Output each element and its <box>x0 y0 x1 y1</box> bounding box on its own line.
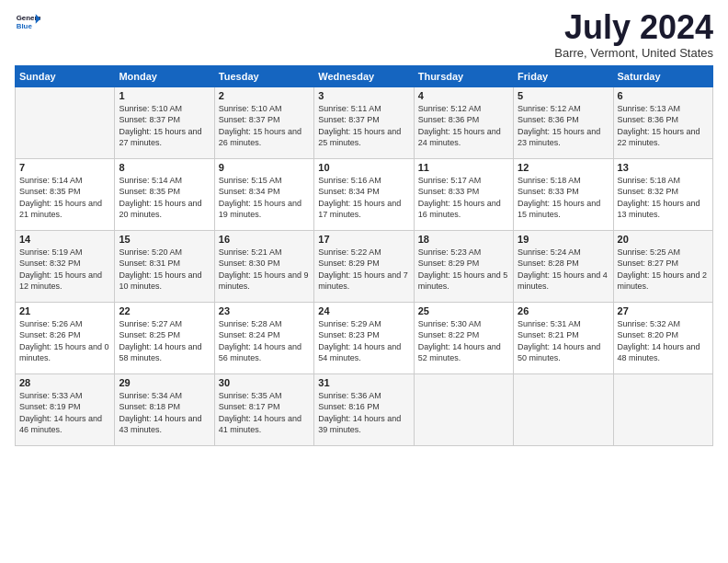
calendar-cell: 29Sunrise: 5:34 AM Sunset: 8:18 PM Dayli… <box>115 373 214 445</box>
calendar-cell: 21Sunrise: 5:26 AM Sunset: 8:26 PM Dayli… <box>16 302 115 373</box>
calendar-cell: 12Sunrise: 5:18 AM Sunset: 8:33 PM Dayli… <box>514 158 613 230</box>
calendar-cell: 1Sunrise: 5:10 AM Sunset: 8:37 PM Daylig… <box>115 86 214 158</box>
cell-info: Sunrise: 5:22 AM Sunset: 8:29 PM Dayligh… <box>318 247 409 293</box>
day-number: 16 <box>219 234 310 245</box>
calendar-cell: 31Sunrise: 5:36 AM Sunset: 8:16 PM Dayli… <box>314 373 414 445</box>
calendar-cell: 13Sunrise: 5:18 AM Sunset: 8:32 PM Dayli… <box>613 158 712 230</box>
title-block: July 2024 Barre, Vermont, United States <box>554 9 713 60</box>
day-number: 23 <box>219 305 310 316</box>
week-row-5: 28Sunrise: 5:33 AM Sunset: 8:19 PM Dayli… <box>16 373 713 445</box>
header: General Blue July 2024 Barre, Vermont, U… <box>15 9 713 60</box>
day-number: 1 <box>119 90 210 101</box>
calendar-cell: 9Sunrise: 5:15 AM Sunset: 8:34 PM Daylig… <box>214 158 313 230</box>
day-number: 10 <box>318 162 409 173</box>
cell-info: Sunrise: 5:16 AM Sunset: 8:34 PM Dayligh… <box>318 175 409 221</box>
calendar-cell: 5Sunrise: 5:12 AM Sunset: 8:36 PM Daylig… <box>514 86 613 158</box>
calendar-cell: 24Sunrise: 5:29 AM Sunset: 8:23 PM Dayli… <box>314 302 414 373</box>
calendar-cell: 27Sunrise: 5:32 AM Sunset: 8:20 PM Dayli… <box>613 302 712 373</box>
cell-info: Sunrise: 5:31 AM Sunset: 8:21 PM Dayligh… <box>518 318 609 364</box>
calendar-table: SundayMondayTuesdayWednesdayThursdayFrid… <box>15 65 713 446</box>
day-number: 17 <box>318 234 409 245</box>
day-number: 29 <box>119 377 210 388</box>
header-row: SundayMondayTuesdayWednesdayThursdayFrid… <box>16 65 713 86</box>
calendar-cell: 15Sunrise: 5:20 AM Sunset: 8:31 PM Dayli… <box>115 230 214 302</box>
day-number: 3 <box>318 90 409 101</box>
day-number: 15 <box>119 234 210 245</box>
logo: General Blue <box>15 9 40 35</box>
cell-info: Sunrise: 5:34 AM Sunset: 8:18 PM Dayligh… <box>119 390 210 436</box>
calendar-cell: 19Sunrise: 5:24 AM Sunset: 8:28 PM Dayli… <box>514 230 613 302</box>
svg-text:Blue: Blue <box>17 22 33 30</box>
day-number: 31 <box>318 377 409 388</box>
day-number: 14 <box>19 234 110 245</box>
header-cell-thursday: Thursday <box>414 65 513 86</box>
logo-icon: General Blue <box>15 9 40 35</box>
day-number: 28 <box>19 377 110 388</box>
week-row-2: 7Sunrise: 5:14 AM Sunset: 8:35 PM Daylig… <box>16 158 713 230</box>
header-cell-tuesday: Tuesday <box>214 65 313 86</box>
cell-info: Sunrise: 5:35 AM Sunset: 8:17 PM Dayligh… <box>219 390 310 436</box>
cell-info: Sunrise: 5:32 AM Sunset: 8:20 PM Dayligh… <box>618 318 709 364</box>
calendar-cell: 26Sunrise: 5:31 AM Sunset: 8:21 PM Dayli… <box>514 302 613 373</box>
day-number: 24 <box>318 305 409 316</box>
day-number: 7 <box>19 162 110 173</box>
week-row-1: 1Sunrise: 5:10 AM Sunset: 8:37 PM Daylig… <box>16 86 713 158</box>
header-cell-friday: Friday <box>514 65 613 86</box>
cell-info: Sunrise: 5:10 AM Sunset: 8:37 PM Dayligh… <box>219 103 310 149</box>
calendar-cell: 18Sunrise: 5:23 AM Sunset: 8:29 PM Dayli… <box>414 230 513 302</box>
header-cell-monday: Monday <box>115 65 214 86</box>
cell-info: Sunrise: 5:24 AM Sunset: 8:28 PM Dayligh… <box>518 247 609 293</box>
cell-info: Sunrise: 5:18 AM Sunset: 8:32 PM Dayligh… <box>618 175 709 221</box>
day-number: 26 <box>518 305 609 316</box>
cell-info: Sunrise: 5:12 AM Sunset: 8:36 PM Dayligh… <box>418 103 509 149</box>
month-title: July 2024 <box>554 9 713 46</box>
header-cell-wednesday: Wednesday <box>314 65 414 86</box>
cell-info: Sunrise: 5:12 AM Sunset: 8:36 PM Dayligh… <box>518 103 609 149</box>
calendar-cell: 3Sunrise: 5:11 AM Sunset: 8:37 PM Daylig… <box>314 86 414 158</box>
cell-info: Sunrise: 5:26 AM Sunset: 8:26 PM Dayligh… <box>19 318 110 364</box>
header-cell-sunday: Sunday <box>16 65 115 86</box>
cell-info: Sunrise: 5:33 AM Sunset: 8:19 PM Dayligh… <box>19 390 110 436</box>
cell-info: Sunrise: 5:15 AM Sunset: 8:34 PM Dayligh… <box>219 175 310 221</box>
calendar-cell: 23Sunrise: 5:28 AM Sunset: 8:24 PM Dayli… <box>214 302 313 373</box>
cell-info: Sunrise: 5:18 AM Sunset: 8:33 PM Dayligh… <box>518 175 609 221</box>
day-number: 8 <box>119 162 210 173</box>
calendar-cell <box>514 373 613 445</box>
day-number: 19 <box>518 234 609 245</box>
cell-info: Sunrise: 5:25 AM Sunset: 8:27 PM Dayligh… <box>618 247 709 293</box>
day-number: 21 <box>19 305 110 316</box>
cell-info: Sunrise: 5:13 AM Sunset: 8:36 PM Dayligh… <box>618 103 709 149</box>
week-row-4: 21Sunrise: 5:26 AM Sunset: 8:26 PM Dayli… <box>16 302 713 373</box>
day-number: 9 <box>219 162 310 173</box>
cell-info: Sunrise: 5:21 AM Sunset: 8:30 PM Dayligh… <box>219 247 310 293</box>
cell-info: Sunrise: 5:14 AM Sunset: 8:35 PM Dayligh… <box>19 175 110 221</box>
calendar-cell <box>16 86 115 158</box>
calendar-cell <box>613 373 712 445</box>
calendar-cell: 10Sunrise: 5:16 AM Sunset: 8:34 PM Dayli… <box>314 158 414 230</box>
cell-info: Sunrise: 5:20 AM Sunset: 8:31 PM Dayligh… <box>119 247 210 293</box>
day-number: 2 <box>219 90 310 101</box>
calendar-cell: 17Sunrise: 5:22 AM Sunset: 8:29 PM Dayli… <box>314 230 414 302</box>
cell-info: Sunrise: 5:27 AM Sunset: 8:25 PM Dayligh… <box>119 318 210 364</box>
calendar-cell: 28Sunrise: 5:33 AM Sunset: 8:19 PM Dayli… <box>16 373 115 445</box>
cell-info: Sunrise: 5:36 AM Sunset: 8:16 PM Dayligh… <box>318 390 409 436</box>
calendar-cell: 6Sunrise: 5:13 AM Sunset: 8:36 PM Daylig… <box>613 86 712 158</box>
day-number: 18 <box>418 234 509 245</box>
week-row-3: 14Sunrise: 5:19 AM Sunset: 8:32 PM Dayli… <box>16 230 713 302</box>
day-number: 5 <box>518 90 609 101</box>
calendar-cell: 30Sunrise: 5:35 AM Sunset: 8:17 PM Dayli… <box>214 373 313 445</box>
calendar-cell: 4Sunrise: 5:12 AM Sunset: 8:36 PM Daylig… <box>414 86 513 158</box>
location: Barre, Vermont, United States <box>554 46 713 60</box>
calendar-cell: 25Sunrise: 5:30 AM Sunset: 8:22 PM Dayli… <box>414 302 513 373</box>
calendar-cell: 22Sunrise: 5:27 AM Sunset: 8:25 PM Dayli… <box>115 302 214 373</box>
day-number: 11 <box>418 162 509 173</box>
calendar-cell: 14Sunrise: 5:19 AM Sunset: 8:32 PM Dayli… <box>16 230 115 302</box>
day-number: 30 <box>219 377 310 388</box>
cell-info: Sunrise: 5:10 AM Sunset: 8:37 PM Dayligh… <box>119 103 210 149</box>
calendar-cell: 2Sunrise: 5:10 AM Sunset: 8:37 PM Daylig… <box>214 86 313 158</box>
calendar-cell: 20Sunrise: 5:25 AM Sunset: 8:27 PM Dayli… <box>613 230 712 302</box>
calendar-cell: 16Sunrise: 5:21 AM Sunset: 8:30 PM Dayli… <box>214 230 313 302</box>
cell-info: Sunrise: 5:19 AM Sunset: 8:32 PM Dayligh… <box>19 247 110 293</box>
calendar-cell <box>414 373 513 445</box>
calendar-cell: 11Sunrise: 5:17 AM Sunset: 8:33 PM Dayli… <box>414 158 513 230</box>
